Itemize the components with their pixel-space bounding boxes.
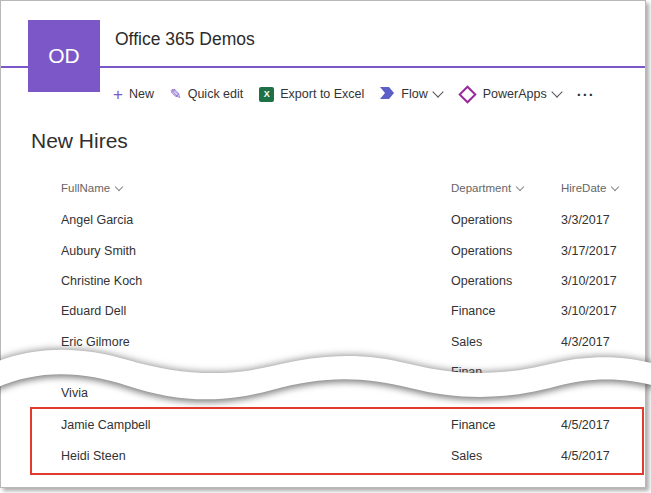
table-row[interactable]: Jamie Campbell Finance 4/5/2017 <box>1 410 645 440</box>
pencil-icon: ✎ <box>170 87 182 101</box>
cell-department: Operations <box>451 244 512 258</box>
cell-department-fragment: Finan <box>451 365 482 379</box>
cell-department: Sales <box>451 449 482 463</box>
cell-hiredate: 3/17/2017 <box>561 244 617 258</box>
cell-fullname: Angel Garcia <box>61 213 133 227</box>
column-header-fullname[interactable]: FullName <box>61 177 122 199</box>
column-header-label: FullName <box>61 182 110 194</box>
plus-icon: + <box>113 86 123 103</box>
flow-label: Flow <box>401 87 427 101</box>
cell-fullname-fragment: Vivia <box>61 386 88 400</box>
cell-department: Sales <box>451 335 482 349</box>
powerapps-label: PowerApps <box>483 87 547 101</box>
cell-department: Operations <box>451 213 512 227</box>
powerapps-menu-button[interactable]: PowerApps <box>458 87 561 101</box>
command-bar: + New ✎ Quick edit X Export to Excel Flo… <box>113 81 595 107</box>
cell-hiredate: 4/5/2017 <box>561 449 610 463</box>
chevron-down-icon <box>611 183 619 191</box>
chevron-down-icon <box>516 183 524 191</box>
powerapps-icon <box>458 85 476 103</box>
table-row[interactable]: Angel Garcia Operations 3/3/2017 <box>1 205 645 235</box>
cell-fullname: Jamie Campbell <box>61 418 151 432</box>
site-title[interactable]: Office 365 Demos <box>115 29 255 50</box>
column-header-label: HireDate <box>561 182 606 194</box>
chevron-down-icon <box>115 183 123 191</box>
site-logo-text: OD <box>48 44 80 68</box>
export-to-excel-label: Export to Excel <box>280 87 364 101</box>
new-button[interactable]: + New <box>113 86 154 103</box>
table-row[interactable]: Heidi Steen Sales 4/5/2017 <box>1 441 645 471</box>
cell-fullname: Aubury Smith <box>61 244 136 258</box>
excel-icon: X <box>259 87 274 102</box>
cell-hiredate: 4/5/2017 <box>561 418 610 432</box>
flow-menu-button[interactable]: Flow <box>380 87 441 102</box>
flow-icon <box>380 87 395 102</box>
table-row[interactable]: Aubury Smith Operations 3/17/2017 <box>1 236 645 266</box>
page-title: New Hires <box>31 129 128 153</box>
cell-fullname: Eduard Dell <box>61 304 126 318</box>
site-logo[interactable]: OD <box>28 20 100 92</box>
cell-fullname: Eric Gilmore <box>61 335 130 349</box>
chevron-down-icon <box>432 86 443 97</box>
table-row-torn-lower: Vivia <box>1 378 645 408</box>
table-row[interactable]: Eduard Dell Finance 3/10/2017 <box>1 296 645 326</box>
export-to-excel-button[interactable]: X Export to Excel <box>259 87 364 102</box>
cell-department: Finance <box>451 304 495 318</box>
cell-hiredate: 3/10/2017 <box>561 304 617 318</box>
more-commands-button[interactable]: ··· <box>577 86 595 103</box>
quick-edit-label: Quick edit <box>188 87 244 101</box>
column-header-label: Department <box>451 182 511 194</box>
new-button-label: New <box>129 87 154 101</box>
cell-department: Finance <box>451 418 495 432</box>
column-header-department[interactable]: Department <box>451 177 523 199</box>
quick-edit-button[interactable]: ✎ Quick edit <box>170 87 243 101</box>
cell-department: Operations <box>451 274 512 288</box>
cell-fullname: Heidi Steen <box>61 449 126 463</box>
app-window: OD Office 365 Demos + New ✎ Quick edit X… <box>0 0 646 488</box>
cell-fullname-fragment: on <box>94 365 108 379</box>
column-header-hiredate[interactable]: HireDate <box>561 177 618 199</box>
table-header-row: FullName Department HireDate <box>1 177 645 199</box>
cell-hiredate: 4/3/2017 <box>561 335 610 349</box>
table-row[interactable]: Eric Gilmore Sales 4/3/2017 <box>1 327 645 357</box>
table-row[interactable]: Christine Koch Operations 3/10/2017 <box>1 266 645 296</box>
cell-hiredate: 3/3/2017 <box>561 213 610 227</box>
cell-fullname: Christine Koch <box>61 274 142 288</box>
chevron-down-icon <box>551 86 562 97</box>
ellipsis-icon: ··· <box>577 86 595 103</box>
cell-hiredate: 3/10/2017 <box>561 274 617 288</box>
